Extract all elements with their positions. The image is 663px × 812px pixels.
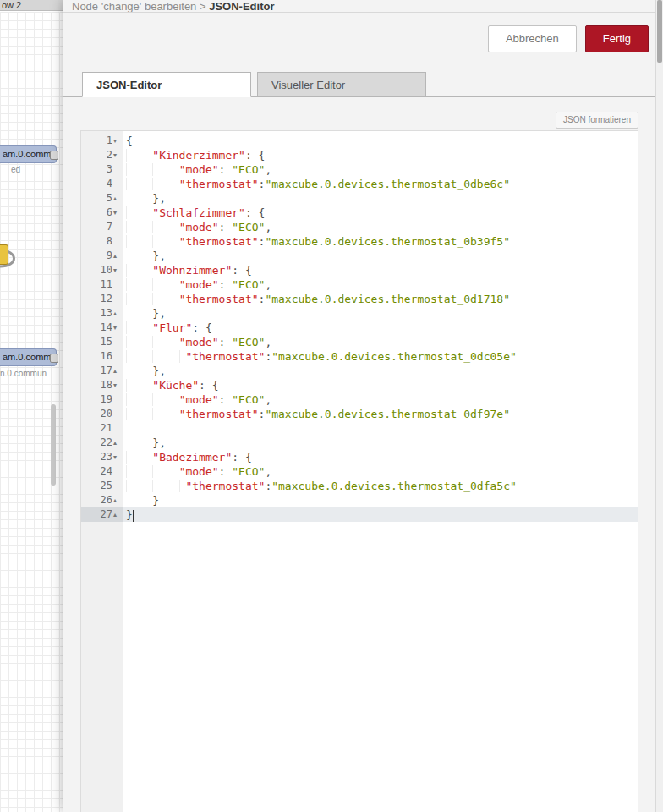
flow-node[interactable]: am.0.comm <box>0 145 57 163</box>
line-number-gutter-cell[interactable]: 3 <box>81 162 123 177</box>
fold-open-icon[interactable]: ▾ <box>112 450 123 464</box>
fold-open-icon[interactable]: ▾ <box>112 206 123 220</box>
line-number-gutter-cell[interactable]: 14▾ <box>81 321 123 335</box>
editor-line[interactable]: 2▾ "Kinderzimmer": { <box>81 148 638 162</box>
editor-line[interactable]: 4 "thermostat":"maxcube.0.devices.thermo… <box>81 177 638 191</box>
line-number-gutter-cell[interactable]: 23▾ <box>81 450 123 464</box>
line-number-gutter-cell[interactable]: 17▴ <box>81 364 123 378</box>
code-line[interactable]: } <box>123 493 638 508</box>
editor-line[interactable]: 23▾ "Badezimmer": { <box>81 450 638 464</box>
code-line[interactable]: "thermostat":"maxcube.0.devices.thermost… <box>123 407 638 421</box>
code-line[interactable]: }, <box>123 306 638 321</box>
line-number-gutter-cell[interactable]: 4 <box>81 177 123 191</box>
tab-json-editor[interactable]: JSON-Editor <box>82 72 251 97</box>
code-line[interactable]: "Flur": { <box>123 321 638 335</box>
line-number-gutter-cell[interactable]: 16 <box>81 349 123 364</box>
code-line[interactable]: "mode": "ECO", <box>123 392 638 407</box>
fold-end-icon[interactable]: ▴ <box>112 191 123 206</box>
code-line[interactable]: "thermostat":"maxcube.0.devices.thermost… <box>123 349 638 364</box>
editor-line[interactable]: 13▴ }, <box>81 306 638 321</box>
code-line[interactable]: "mode": "ECO", <box>123 162 638 177</box>
line-number-gutter-cell[interactable]: 26▴ <box>81 493 123 508</box>
editor-line[interactable]: 11 "mode": "ECO", <box>81 277 638 292</box>
line-number-gutter-cell[interactable]: 10▾ <box>81 263 123 277</box>
tab-visual-editor[interactable]: Visueller Editor <box>257 72 426 97</box>
line-number-gutter-cell[interactable]: 27▴ <box>81 508 123 522</box>
line-number-gutter-cell[interactable]: 15 <box>81 335 123 349</box>
editor-line[interactable]: 3 "mode": "ECO", <box>81 162 638 177</box>
flow-node[interactable]: am.0.comm <box>0 348 57 366</box>
code-line[interactable] <box>123 421 638 436</box>
code-line[interactable]: }, <box>123 364 638 378</box>
line-number-gutter-cell[interactable]: 8 <box>81 234 123 249</box>
editor-line[interactable]: 25 "thermostat":"maxcube.0.devices.therm… <box>81 479 638 493</box>
code-line[interactable]: }, <box>123 249 638 263</box>
code-line[interactable]: }, <box>123 436 638 450</box>
node-output-port[interactable] <box>50 151 58 160</box>
code-line[interactable]: "mode": "ECO", <box>123 220 638 234</box>
flow-workspace[interactable]: ow 2 am.0.comm ed am.0.comm n.0.commun <box>0 0 63 812</box>
fold-open-icon[interactable]: ▾ <box>112 148 123 162</box>
fold-end-icon[interactable]: ▴ <box>112 249 123 263</box>
line-number-gutter-cell[interactable]: 1▾ <box>81 134 123 148</box>
line-number-gutter-cell[interactable]: 9▴ <box>81 249 123 263</box>
done-button[interactable]: Fertig <box>585 25 649 52</box>
editor-line[interactable]: 18▾ "Küche": { <box>81 378 638 392</box>
fold-end-icon[interactable]: ▴ <box>112 493 123 508</box>
workspace-scrollbar-thumb[interactable] <box>51 404 56 486</box>
code-line[interactable]: "Kinderzimmer": { <box>123 148 638 162</box>
fold-open-icon[interactable]: ▾ <box>112 134 123 148</box>
code-line[interactable]: "thermostat":"maxcube.0.devices.thermost… <box>123 292 638 306</box>
fold-end-icon[interactable]: ▴ <box>112 306 123 321</box>
fold-open-icon[interactable]: ▾ <box>112 378 123 392</box>
fold-open-icon[interactable]: ▾ <box>112 321 123 335</box>
code-line[interactable]: "thermostat":"maxcube.0.devices.thermost… <box>123 234 638 249</box>
workspace-tab-label[interactable]: ow 2 <box>2 0 21 10</box>
editor-line[interactable]: 16 "thermostat":"maxcube.0.devices.therm… <box>81 349 638 364</box>
code-line[interactable]: "mode": "ECO", <box>123 464 638 479</box>
line-number-gutter-cell[interactable]: 25 <box>81 479 123 493</box>
line-number-gutter-cell[interactable]: 19 <box>81 392 123 407</box>
editor-line[interactable]: 17▴ }, <box>81 364 638 378</box>
code-line[interactable]: "Schlafzimmer": { <box>123 206 638 220</box>
fold-open-icon[interactable]: ▾ <box>112 263 123 277</box>
code-line[interactable]: "thermostat":"maxcube.0.devices.thermost… <box>123 479 638 493</box>
code-line[interactable]: "Küche": { <box>123 378 638 392</box>
fold-end-icon[interactable]: ▴ <box>112 364 123 378</box>
line-number-gutter-cell[interactable]: 12 <box>81 292 123 306</box>
editor-line[interactable]: 12 "thermostat":"maxcube.0.devices.therm… <box>81 292 638 306</box>
breadcrumb-parent[interactable]: Node 'change' bearbeiten <box>72 0 196 13</box>
code-line[interactable]: "thermostat":"maxcube.0.devices.thermost… <box>123 177 638 191</box>
editor-line[interactable]: 19 "mode": "ECO", <box>81 392 638 407</box>
line-number-gutter-cell[interactable]: 6▾ <box>81 206 123 220</box>
page-scrollbar[interactable] <box>655 0 663 812</box>
format-json-button[interactable]: JSON formatieren <box>556 112 638 129</box>
editor-line[interactable]: 6▾ "Schlafzimmer": { <box>81 206 638 220</box>
code-line[interactable]: }, <box>123 191 638 206</box>
code-line[interactable]: } <box>123 508 638 522</box>
editor-line[interactable]: 5▴ }, <box>81 191 638 206</box>
page-scrollbar-thumb[interactable] <box>657 0 662 63</box>
editor-line[interactable]: 22▴ }, <box>81 436 638 450</box>
code-line[interactable]: "Badezimmer": { <box>123 450 638 464</box>
editor-line[interactable]: 27▴} <box>81 508 638 522</box>
code-line[interactable]: "Wohnzimmer": { <box>123 263 638 277</box>
editor-line[interactable]: 15 "mode": "ECO", <box>81 335 638 349</box>
line-number-gutter-cell[interactable]: 7 <box>81 220 123 234</box>
line-number-gutter-cell[interactable]: 20 <box>81 407 123 421</box>
editor-line[interactable]: 10▾ "Wohnzimmer": { <box>81 263 638 277</box>
json-editor[interactable]: 1▾{2▾ "Kinderzimmer": {3 "mode": "ECO",4… <box>80 130 638 812</box>
flow-canvas[interactable]: am.0.comm ed am.0.comm n.0.commun <box>0 12 63 812</box>
line-number-gutter-cell[interactable]: 21 <box>81 421 123 436</box>
editor-line[interactable]: 14▾ "Flur": { <box>81 321 638 335</box>
line-number-gutter-cell[interactable]: 2▾ <box>81 148 123 162</box>
editor-line[interactable]: 26▴ } <box>81 493 638 508</box>
line-number-gutter-cell[interactable]: 11 <box>81 277 123 292</box>
line-number-gutter-cell[interactable]: 13▴ <box>81 306 123 321</box>
flow-node-change[interactable] <box>0 244 8 265</box>
editor-line[interactable]: 20 "thermostat":"maxcube.0.devices.therm… <box>81 407 638 421</box>
line-number-gutter-cell[interactable]: 24 <box>81 464 123 479</box>
code-line[interactable]: "mode": "ECO", <box>123 277 638 292</box>
code-line[interactable]: { <box>123 134 638 148</box>
editor-line[interactable]: 8 "thermostat":"maxcube.0.devices.thermo… <box>81 234 638 249</box>
